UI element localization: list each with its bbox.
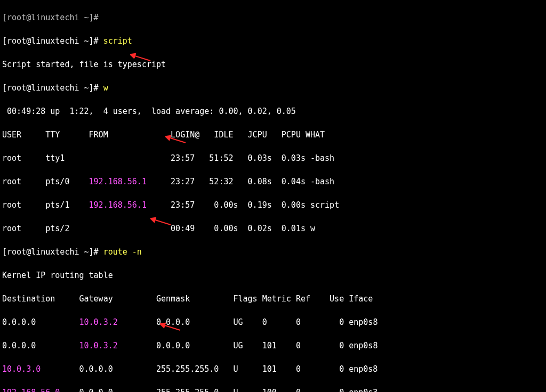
prompt: [root@linuxtechi ~]#: [2, 83, 103, 93]
prompt: [root@linuxtechi ~]#: [2, 36, 103, 46]
ip-addr: 192.168.56.1: [89, 177, 147, 186]
w-row: root pts/2 00:49 0.00s 0.02s 0.01s w: [2, 223, 544, 234]
cmd-script: script: [103, 36, 132, 46]
ip-addr: 10.0.3.0: [2, 364, 41, 374]
route-row: 192.168.56.0 0.0.0.0 255.255.255.0 U 100…: [2, 387, 544, 392]
line-prompt-script: [root@linuxtechi ~]# script: [2, 35, 544, 47]
ip-addr: 192.168.56.0: [2, 388, 60, 392]
w-row: root tty1 23:57 51:52 0.03s 0.03s -bash: [2, 152, 544, 164]
ip-addr: 10.0.3.2: [79, 341, 118, 350]
cmd-route: route -n: [103, 247, 142, 257]
w-summary: 00:49:28 up 1:22, 4 users, load average:…: [2, 105, 544, 117]
line-prompt-w: [root@linuxtechi ~]# w: [2, 82, 544, 94]
terminal[interactable]: [root@linuxtechi ~]# [root@linuxtechi ~]…: [0, 0, 546, 392]
w-row: root pts/1 192.168.56.1 23:57 0.00s 0.19…: [2, 199, 544, 211]
prompt: [root@linuxtechi ~]#: [2, 247, 103, 257]
cmd-w: w: [103, 83, 108, 93]
w-row: root pts/0 192.168.56.1 23:27 52:32 0.08…: [2, 176, 544, 187]
route-header: Destination Gateway Genmask Flags Metric…: [2, 293, 544, 305]
route-row: 10.0.3.0 0.0.0.0 255.255.255.0 U 101 0 0…: [2, 363, 544, 375]
w-header: USER TTY FROM LOGIN@ IDLE JCPU PCPU WHAT: [2, 129, 544, 141]
route-row: 0.0.0.0 10.0.3.2 0.0.0.0 UG 101 0 0 enp0…: [2, 340, 544, 352]
ip-addr: 10.0.3.2: [79, 317, 118, 327]
route-title: Kernel IP routing table: [2, 270, 544, 281]
line-trunc: [root@linuxtechi ~]#: [2, 12, 544, 23]
ip-addr: 192.168.56.1: [89, 200, 147, 210]
line-script-started: Script started, file is typescript: [2, 59, 544, 70]
line-prompt-route: [root@linuxtechi ~]# route -n: [2, 246, 544, 258]
route-row: 0.0.0.0 10.0.3.2 0.0.0.0 UG 0 0 0 enp0s8: [2, 316, 544, 328]
